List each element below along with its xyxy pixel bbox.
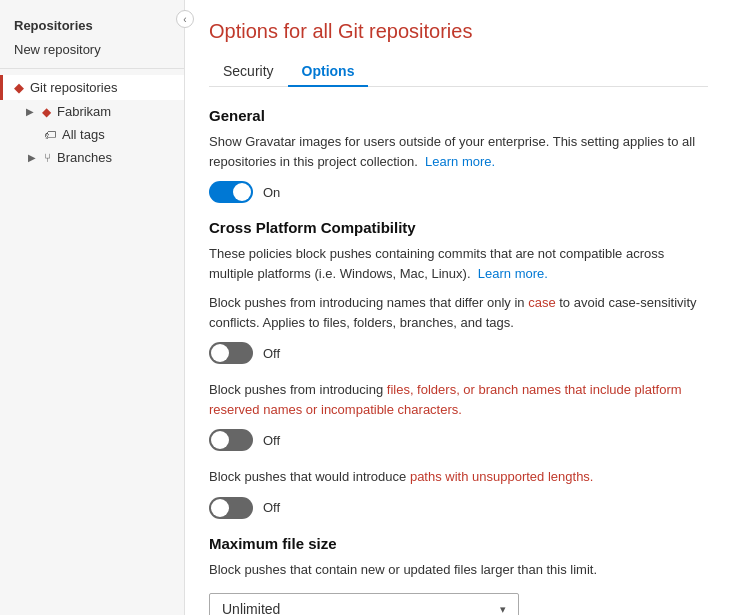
general-title: General	[209, 107, 708, 124]
general-learn-more-link[interactable]: Learn more.	[425, 154, 495, 169]
policy-case-sensitivity-toggle-row: Off	[209, 342, 708, 364]
policy-unsupported-paths-label: Off	[263, 500, 280, 515]
reserved-names-highlight: files, folders, or branch names that inc…	[209, 382, 682, 417]
max-file-size-select-container: Unlimited ▾	[209, 593, 519, 615]
git-repos-icon: ◆	[14, 80, 24, 95]
policy-case-sensitivity-label: Off	[263, 346, 280, 361]
all-tags-label: All tags	[62, 127, 105, 142]
expand-icon: ▶	[26, 106, 34, 117]
cross-platform-intro: These policies block pushes containing c…	[209, 244, 708, 283]
sidebar-collapse-button[interactable]: ‹	[176, 10, 194, 28]
policy-reserved-names-label: Off	[263, 433, 280, 448]
cross-platform-intro-text: These policies block pushes containing c…	[209, 246, 664, 281]
sidebar: ‹ Repositories New repository ◆ Git repo…	[0, 0, 185, 615]
max-file-size-section: Maximum file size Block pushes that cont…	[209, 535, 708, 616]
sidebar-item-git-repositories[interactable]: ◆ Git repositories	[0, 75, 184, 100]
max-file-size-select[interactable]: Unlimited ▾	[209, 593, 519, 615]
policy-case-sensitivity-toggle[interactable]	[209, 342, 253, 364]
case-highlight: case	[528, 295, 555, 310]
cross-platform-title: Cross Platform Compatibility	[209, 219, 708, 236]
tab-security[interactable]: Security	[209, 57, 288, 87]
general-toggle-label: On	[263, 185, 280, 200]
branches-label: Branches	[57, 150, 112, 165]
main-content: Options for all Git repositories Securit…	[185, 0, 732, 615]
sidebar-item-fabrikam[interactable]: ▶ ◆ Fabrikam	[0, 100, 184, 123]
fabrikam-label: Fabrikam	[57, 104, 111, 119]
policy-unsupported-paths-toggle-row: Off	[209, 497, 708, 519]
policy-reserved-names-toggle-row: Off	[209, 429, 708, 451]
policy-case-sensitivity-desc: Block pushes from introducing names that…	[209, 293, 708, 332]
sidebar-section-title: Repositories	[0, 10, 184, 37]
sidebar-divider	[0, 68, 184, 69]
policy-unsupported-paths-toggle[interactable]	[209, 497, 253, 519]
cross-platform-section: Cross Platform Compatibility These polic…	[209, 219, 708, 519]
sidebar-item-branches[interactable]: ▶ ⑂ Branches	[0, 146, 184, 169]
sidebar-item-all-tags[interactable]: 🏷 All tags	[0, 123, 184, 146]
policy-case-sensitivity-knob	[211, 344, 229, 362]
tag-icon: 🏷	[44, 128, 56, 142]
policy-reserved-names-knob	[211, 431, 229, 449]
fabrikam-icon: ◆	[42, 105, 51, 119]
tab-options[interactable]: Options	[288, 57, 369, 87]
chevron-down-icon: ▾	[500, 603, 506, 616]
sidebar-new-repository[interactable]: New repository	[0, 37, 184, 62]
cross-platform-learn-more-link[interactable]: Learn more.	[478, 266, 548, 281]
policy-reserved-names-desc: Block pushes from introducing files, fol…	[209, 380, 708, 419]
sidebar-item-label: Git repositories	[30, 80, 117, 95]
general-toggle-knob	[233, 183, 251, 201]
general-toggle-row: On	[209, 181, 708, 203]
general-section: General Show Gravatar images for users o…	[209, 107, 708, 203]
policy-unsupported-paths-desc: Block pushes that would introduce paths …	[209, 467, 708, 487]
page-title: Options for all Git repositories	[209, 20, 708, 43]
branch-icon: ⑂	[44, 151, 51, 165]
policy-reserved-names-toggle[interactable]	[209, 429, 253, 451]
general-description: Show Gravatar images for users outside o…	[209, 132, 708, 171]
max-file-size-select-value: Unlimited	[222, 601, 280, 615]
general-toggle[interactable]	[209, 181, 253, 203]
max-file-size-description: Block pushes that contain new or updated…	[209, 560, 708, 580]
max-file-size-title: Maximum file size	[209, 535, 708, 552]
unsupported-paths-highlight: paths with unsupported lengths.	[410, 469, 594, 484]
policy-unsupported-paths-knob	[211, 499, 229, 517]
tabs-bar: Security Options	[209, 57, 708, 87]
new-repository-label: New repository	[14, 42, 101, 57]
branches-expand-icon: ▶	[28, 152, 36, 163]
